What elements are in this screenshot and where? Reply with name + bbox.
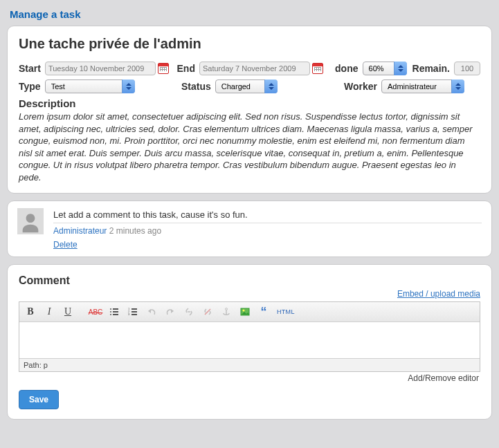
svg-rect-11	[131, 314, 137, 315]
comment-author-link[interactable]: Administrateur	[53, 226, 107, 236]
done-label: done	[335, 63, 358, 74]
unlink-button[interactable]	[201, 305, 215, 319]
html-source-button[interactable]: HTML	[275, 305, 296, 319]
bold-button[interactable]: B	[24, 305, 37, 319]
svg-rect-1	[113, 308, 118, 310]
comment-text: Let add a comment to this task, cause it…	[53, 209, 482, 220]
task-title: Une tache privée de l'admin	[19, 36, 480, 52]
start-date-input[interactable]	[45, 62, 156, 75]
avatar	[17, 208, 44, 234]
strikethrough-button[interactable]: ABC	[89, 305, 102, 319]
worker-label: Worker	[344, 81, 377, 92]
status-select[interactable]: Charged	[215, 80, 278, 93]
type-select-wrap: Test	[45, 80, 135, 93]
fields-row-1: Start End done 60% Remain.	[19, 62, 480, 75]
person-icon	[19, 211, 42, 234]
svg-point-13	[226, 308, 228, 310]
blockquote-button[interactable]: “	[257, 305, 271, 319]
calendar-icon[interactable]	[158, 63, 169, 74]
svg-point-2	[110, 311, 111, 312]
comment-form-panel: Comment Embed / upload media B I U ABC 1…	[7, 264, 492, 420]
calendar-icon[interactable]	[312, 63, 323, 74]
ordered-list-button[interactable]: 123	[126, 305, 140, 319]
worker-select[interactable]: Administrateur	[381, 80, 464, 93]
done-select-wrap: 60%	[363, 62, 407, 75]
remain-input[interactable]	[454, 62, 480, 75]
page-title: Manage a task	[10, 8, 492, 20]
rich-text-editor: B I U ABC 123	[19, 301, 480, 372]
task-panel: Une tache privée de l'admin Start End do…	[7, 26, 492, 194]
svg-point-0	[110, 308, 111, 310]
svg-rect-3	[113, 311, 118, 312]
editor-toolbar: B I U ABC 123	[19, 302, 480, 322]
start-label: Start	[19, 63, 41, 74]
undo-button[interactable]	[145, 305, 158, 319]
status-select-wrap: Charged	[215, 80, 278, 93]
end-date-input[interactable]	[199, 62, 310, 75]
media-link-row: Embed / upload media	[19, 288, 480, 299]
comment-item: Let add a comment to this task, cause it…	[7, 200, 492, 257]
description-body: Lorem ipsum dolor sit amet, consectetuer…	[19, 111, 480, 183]
save-button[interactable]: Save	[19, 390, 59, 409]
status-label: Status	[181, 81, 211, 92]
toggle-editor-link[interactable]: Add/Remove editor	[19, 373, 479, 383]
svg-rect-5	[113, 314, 118, 315]
fields-row-2: Type Test Status Charged Worker	[19, 80, 480, 93]
description-label: Description	[19, 97, 480, 109]
svg-point-16	[243, 310, 245, 312]
end-label: End	[177, 63, 195, 74]
svg-rect-7	[131, 308, 137, 310]
type-label: Type	[19, 81, 41, 92]
svg-text:3: 3	[128, 312, 130, 316]
delete-comment-link[interactable]: Delete	[53, 240, 78, 250]
link-button[interactable]	[182, 305, 196, 319]
done-select[interactable]: 60%	[363, 62, 407, 75]
worker-select-wrap: Administrateur	[381, 80, 464, 93]
italic-button[interactable]: I	[42, 305, 56, 319]
editor-textarea[interactable]	[19, 322, 480, 358]
editor-path-bar: Path: p	[19, 358, 480, 371]
comment-meta: Administrateur 2 minutes ago	[53, 226, 482, 236]
svg-point-4	[110, 314, 111, 315]
svg-rect-9	[131, 311, 137, 312]
comment-time: 2 minutes ago	[109, 226, 161, 236]
divider	[53, 223, 482, 223]
remain-label: Remain.	[412, 63, 450, 74]
underline-button[interactable]: U	[61, 305, 75, 319]
comment-heading: Comment	[19, 274, 480, 287]
redo-button[interactable]	[163, 305, 177, 319]
anchor-button[interactable]	[219, 305, 233, 319]
image-button[interactable]	[238, 305, 252, 319]
embed-media-link[interactable]: Embed / upload media	[397, 289, 480, 299]
type-select[interactable]: Test	[45, 80, 135, 93]
unordered-list-button[interactable]	[107, 305, 121, 319]
